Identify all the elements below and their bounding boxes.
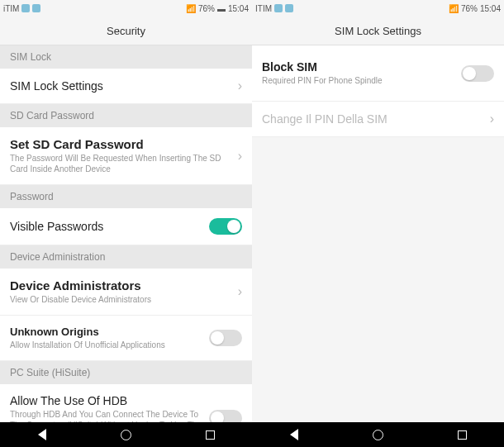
page-title: SIM Lock Settings bbox=[252, 17, 504, 45]
battery-pct: 76% bbox=[198, 4, 215, 13]
carrier-label: iTIM bbox=[3, 4, 19, 13]
row-unknown-origins[interactable]: Unknown Origins Allow Installation Of Un… bbox=[0, 316, 252, 361]
nav-home[interactable] bbox=[119, 428, 132, 441]
carrier-label: ITIM bbox=[255, 4, 272, 13]
nav-home[interactable] bbox=[371, 428, 384, 441]
sim-lock-settings-screen: ITIM 📶 76% 15:04 SIM Lock Settings Block… bbox=[252, 0, 504, 422]
chevron-right-icon: › bbox=[231, 284, 242, 299]
signal-icon: 📶 bbox=[186, 4, 196, 13]
nav-recent[interactable] bbox=[455, 428, 468, 441]
page-title: Security bbox=[0, 17, 252, 45]
section-password: Password bbox=[0, 185, 252, 208]
nav-back[interactable] bbox=[288, 428, 301, 441]
app-icon bbox=[274, 4, 283, 12]
chevron-right-icon: › bbox=[231, 78, 242, 93]
battery-icon: ▬ bbox=[217, 4, 226, 13]
toggle-visible-passwords[interactable] bbox=[209, 218, 242, 235]
chevron-right-icon: › bbox=[231, 149, 242, 164]
android-navbar bbox=[0, 422, 504, 447]
app-icon bbox=[32, 4, 40, 12]
section-sim-lock: SIM Lock bbox=[0, 45, 252, 69]
app-icon bbox=[21, 4, 30, 12]
status-bar: ITIM 📶 76% 15:04 bbox=[252, 0, 504, 17]
row-set-sd-password[interactable]: Set SD Card Password The Password Will B… bbox=[0, 127, 252, 185]
row-block-sim[interactable]: Block SIM Required PIN For Phone Spindle bbox=[252, 45, 504, 102]
nav-back[interactable] bbox=[36, 428, 49, 441]
clock: 15:04 bbox=[480, 4, 501, 13]
row-allow-hdb[interactable]: Allow The Use Of HDB Through HDB And You… bbox=[0, 384, 252, 422]
section-device-admin: Device Administration bbox=[0, 245, 252, 269]
row-device-administrators[interactable]: Device Administrators View Or Disable De… bbox=[0, 269, 252, 316]
toggle-unknown-origins[interactable] bbox=[209, 330, 242, 346]
battery-pct: 76% bbox=[461, 4, 478, 13]
section-pc-suite: PC Suite (HiSuite) bbox=[0, 361, 252, 384]
security-screen: iTIM 📶 76% ▬ 15:04 Security SIM Lock SIM… bbox=[0, 0, 252, 422]
toggle-block-sim[interactable] bbox=[461, 65, 494, 82]
app-icon bbox=[285, 4, 293, 12]
section-sd-card-password: SD Card Password bbox=[0, 104, 252, 127]
toggle-allow-hdb[interactable] bbox=[209, 410, 242, 423]
clock: 15:04 bbox=[228, 4, 249, 13]
chevron-right-icon: › bbox=[483, 112, 494, 126]
signal-icon: 📶 bbox=[449, 4, 459, 13]
nav-recent[interactable] bbox=[203, 428, 216, 441]
row-change-sim-pin: Change Il PIN Della SIM › bbox=[252, 102, 504, 137]
status-bar: iTIM 📶 76% ▬ 15:04 bbox=[0, 0, 252, 17]
row-visible-passwords[interactable]: Visible Passwords bbox=[0, 208, 252, 245]
row-sim-lock-settings[interactable]: SIM Lock Settings › bbox=[0, 69, 252, 104]
